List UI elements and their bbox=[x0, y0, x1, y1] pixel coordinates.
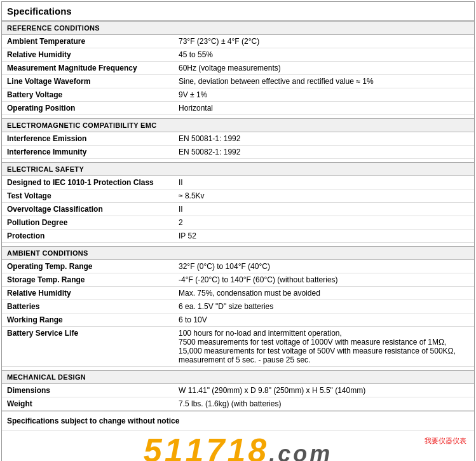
page-title: Specifications bbox=[2, 2, 474, 21]
row-value: Max. 75%, condensation must be avoided bbox=[173, 287, 474, 300]
table-row: Batteries6 ea. 1.5V "D" size batteries bbox=[2, 300, 474, 313]
row-label: Operating Position bbox=[2, 102, 173, 115]
row-label: Ambient Temperature bbox=[2, 35, 173, 48]
row-value: 7.5 lbs. (1.6kg) (with batteries) bbox=[173, 397, 474, 411]
row-value: II bbox=[173, 203, 474, 216]
table-row: Working Range6 to 10V bbox=[2, 313, 474, 327]
section-header-label: AMBIENT CONDITIONS bbox=[2, 247, 474, 260]
row-label: Designed to IEC 1010-1 Protection Class bbox=[2, 176, 173, 189]
table-row: Weight7.5 lbs. (1.6kg) (with batteries) bbox=[2, 397, 474, 411]
table-row: Test Voltage≈ 8.5Kv bbox=[2, 189, 474, 203]
row-label: Line Voltage Waveform bbox=[2, 75, 173, 88]
table-row: Storage Temp. Range-4°F (-20°C) to 140°F… bbox=[2, 273, 474, 287]
row-value: EN 50081-1: 1992 bbox=[173, 132, 474, 146]
table-row: Relative HumidityMax. 75%, condensation … bbox=[2, 287, 474, 300]
section-header: ELECTROMAGNETIC COMPATIBILITY EMC bbox=[2, 119, 474, 132]
section-header-label: MECHANICAL DESIGN bbox=[2, 371, 474, 384]
section-header: REFERENCE CONDITIONS bbox=[2, 22, 474, 35]
table-row: Designed to IEC 1010-1 Protection ClassI… bbox=[2, 176, 474, 189]
table-row: Operating Temp. Range32°F (0°C) to 104°F… bbox=[2, 260, 474, 273]
row-label: Interference Emission bbox=[2, 132, 173, 146]
table-row: ProtectionIP 52 bbox=[2, 230, 474, 243]
row-label: Interference Immunity bbox=[2, 146, 173, 159]
row-label: Relative Humidity bbox=[2, 48, 173, 62]
row-label: Storage Temp. Range bbox=[2, 273, 173, 287]
row-label: Measurement Magnitude Frequency bbox=[2, 62, 173, 75]
row-value: W 11.41" (290mm) x D 9.8" (250mm) x H 5.… bbox=[173, 384, 474, 397]
table-row: DimensionsW 11.41" (290mm) x D 9.8" (250… bbox=[2, 384, 474, 397]
row-value: 73°F (23°C) ± 4°F (2°C) bbox=[173, 35, 474, 48]
row-label: Test Voltage bbox=[2, 189, 173, 203]
row-label: Operating Temp. Range bbox=[2, 260, 173, 273]
section-header: AMBIENT CONDITIONS bbox=[2, 247, 474, 260]
row-value: -4°F (-20°C) to 140°F (60°C) (without ba… bbox=[173, 273, 474, 287]
row-value: 45 to 55% bbox=[173, 48, 474, 62]
table-row: Ambient Temperature73°F (23°C) ± 4°F (2°… bbox=[2, 35, 474, 48]
row-label: Protection bbox=[2, 230, 173, 243]
watermark-row: 511718.com 我要仪器仪表 bbox=[2, 430, 474, 461]
row-value: Horizontal bbox=[173, 102, 474, 115]
specs-table: REFERENCE CONDITIONSAmbient Temperature7… bbox=[2, 21, 474, 411]
section-header: ELECTRICAL SAFETY bbox=[2, 163, 474, 176]
watermark-number: 511718.com bbox=[144, 431, 333, 462]
table-row: Measurement Magnitude Frequency60Hz (vol… bbox=[2, 62, 474, 75]
row-value: 100 hours for no-load and intermittent o… bbox=[173, 327, 474, 367]
row-label: Working Range bbox=[2, 313, 173, 327]
section-header: MECHANICAL DESIGN bbox=[2, 371, 474, 384]
row-value: II bbox=[173, 176, 474, 189]
specifications-page: Specifications REFERENCE CONDITIONSAmbie… bbox=[1, 1, 475, 461]
table-row: Operating PositionHorizontal bbox=[2, 102, 474, 115]
section-header-label: REFERENCE CONDITIONS bbox=[2, 22, 474, 35]
table-row: Battery Voltage9V ± 1% bbox=[2, 88, 474, 102]
row-label: Weight bbox=[2, 397, 173, 411]
row-value: 6 ea. 1.5V "D" size batteries bbox=[173, 300, 474, 313]
row-value: 60Hz (voltage measurements) bbox=[173, 62, 474, 75]
row-label: Overvoltage Classification bbox=[2, 203, 173, 216]
row-value: IP 52 bbox=[173, 230, 474, 243]
table-row: Battery Service Life100 hours for no-loa… bbox=[2, 327, 474, 367]
watermark-label: 我要仪器仪表 bbox=[425, 436, 466, 446]
row-label: Battery Service Life bbox=[2, 327, 173, 367]
table-row: Interference EmissionEN 50081-1: 1992 bbox=[2, 132, 474, 146]
row-value: ≈ 8.5Kv bbox=[173, 189, 474, 203]
section-header-label: ELECTROMAGNETIC COMPATIBILITY EMC bbox=[2, 119, 474, 132]
row-label: Battery Voltage bbox=[2, 88, 173, 102]
row-label: Pollution Degree bbox=[2, 216, 173, 230]
section-header-label: ELECTRICAL SAFETY bbox=[2, 163, 474, 176]
row-value: 2 bbox=[173, 216, 474, 230]
row-value: 32°F (0°C) to 104°F (40°C) bbox=[173, 260, 474, 273]
row-value: 9V ± 1% bbox=[173, 88, 474, 102]
row-label: Batteries bbox=[2, 300, 173, 313]
table-row: Line Voltage WaveformSine, deviation bet… bbox=[2, 75, 474, 88]
row-label: Relative Humidity bbox=[2, 287, 173, 300]
table-row: Interference ImmunityEN 50082-1: 1992 bbox=[2, 146, 474, 159]
table-row: Pollution Degree2 bbox=[2, 216, 474, 230]
row-label: Dimensions bbox=[2, 384, 173, 397]
table-row: Overvoltage ClassificationII bbox=[2, 203, 474, 216]
footer-note: Specifications subject to change without… bbox=[2, 411, 474, 430]
table-row: Relative Humidity45 to 55% bbox=[2, 48, 474, 62]
row-value: EN 50082-1: 1992 bbox=[173, 146, 474, 159]
row-value: 6 to 10V bbox=[173, 313, 474, 327]
row-value: Sine, deviation between effective and re… bbox=[173, 75, 474, 88]
